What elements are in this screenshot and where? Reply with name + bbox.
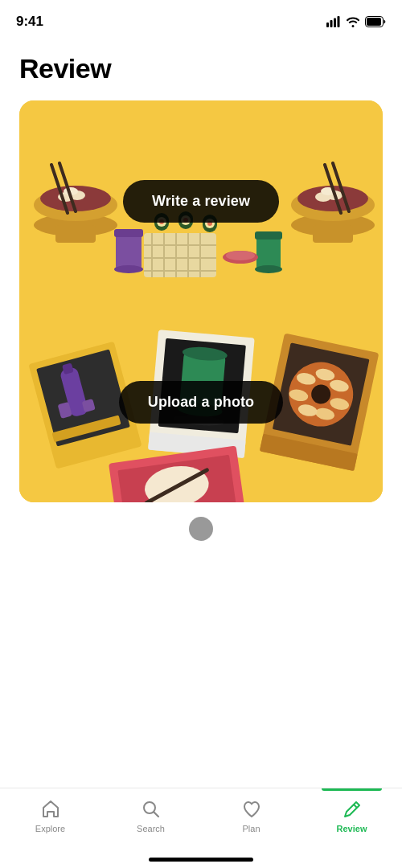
svg-point-36	[114, 265, 143, 273]
svg-rect-2	[334, 18, 336, 28]
pagination-dot	[189, 517, 213, 541]
status-bar: 9:41	[0, 0, 402, 40]
svg-rect-37	[256, 235, 281, 269]
nav-item-search[interactable]: Search	[100, 798, 201, 833]
signal-icon	[326, 16, 341, 27]
page-title: Review	[0, 40, 402, 100]
write-review-card[interactable]: Write a review	[19, 100, 383, 301]
nav-label-search: Search	[137, 824, 165, 833]
nav-item-review[interactable]: Review	[302, 798, 402, 833]
pen-icon	[341, 798, 363, 821]
svg-point-39	[255, 265, 282, 273]
status-icons	[326, 16, 386, 27]
svg-line-84	[354, 805, 357, 808]
search-icon	[140, 798, 162, 821]
svg-point-41	[226, 251, 255, 260]
svg-rect-34	[116, 233, 142, 269]
nav-label-plan: Plan	[242, 824, 260, 833]
svg-rect-38	[255, 231, 282, 240]
svg-rect-8	[55, 225, 96, 243]
bottom-nav: Explore Search Plan Review	[0, 788, 402, 868]
home-icon	[39, 798, 62, 821]
nav-label-explore: Explore	[35, 824, 65, 833]
svg-rect-3	[338, 16, 340, 27]
upload-photo-card[interactable]: Upload a photo	[19, 301, 383, 502]
svg-rect-1	[330, 20, 333, 27]
svg-rect-0	[326, 23, 329, 27]
battery-icon	[365, 16, 386, 27]
nav-item-plan[interactable]: Plan	[201, 798, 302, 833]
nav-item-explore[interactable]: Explore	[0, 798, 100, 833]
svg-rect-5	[367, 18, 381, 26]
svg-line-83	[154, 813, 158, 817]
wifi-icon	[346, 16, 360, 27]
nav-label-review: Review	[337, 824, 367, 833]
heart-icon	[240, 798, 263, 821]
write-review-button[interactable]: Write a review	[123, 180, 279, 223]
svg-rect-35	[114, 229, 143, 237]
pagination	[0, 517, 402, 541]
upload-photo-button[interactable]: Upload a photo	[119, 381, 283, 424]
svg-rect-43	[313, 225, 353, 243]
status-time: 9:41	[16, 14, 43, 30]
cards-container: Write a review	[0, 100, 402, 502]
home-indicator	[149, 858, 253, 862]
